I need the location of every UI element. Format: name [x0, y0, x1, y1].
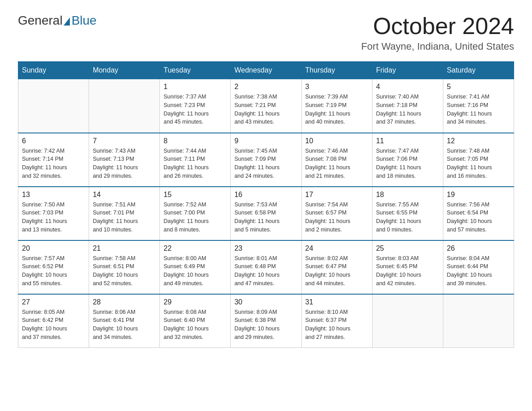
- day-info: Sunrise: 7:37 AM Sunset: 7:23 PM Dayligh…: [163, 93, 227, 126]
- calendar-cell: 14Sunrise: 7:51 AM Sunset: 7:01 PM Dayli…: [89, 187, 160, 240]
- day-number: 10: [305, 137, 369, 145]
- day-number: 7: [93, 137, 156, 145]
- day-info: Sunrise: 7:40 AM Sunset: 7:18 PM Dayligh…: [376, 93, 439, 126]
- day-info: Sunrise: 7:52 AM Sunset: 7:00 PM Dayligh…: [163, 201, 227, 234]
- day-info: Sunrise: 7:50 AM Sunset: 7:03 PM Dayligh…: [22, 201, 85, 234]
- day-info: Sunrise: 8:08 AM Sunset: 6:40 PM Dayligh…: [163, 308, 227, 342]
- day-info: Sunrise: 8:01 AM Sunset: 6:48 PM Dayligh…: [234, 254, 297, 288]
- day-info: Sunrise: 8:02 AM Sunset: 6:47 PM Dayligh…: [305, 254, 369, 288]
- calendar-cell: 5Sunrise: 7:41 AM Sunset: 7:16 PM Daylig…: [443, 79, 514, 133]
- calendar-cell: 25Sunrise: 8:03 AM Sunset: 6:45 PM Dayli…: [372, 240, 443, 294]
- day-info: Sunrise: 8:06 AM Sunset: 6:41 PM Dayligh…: [93, 308, 156, 342]
- day-info: Sunrise: 8:05 AM Sunset: 6:42 PM Dayligh…: [22, 308, 85, 342]
- calendar-cell: 27Sunrise: 8:05 AM Sunset: 6:42 PM Dayli…: [18, 294, 89, 348]
- day-number: 16: [234, 191, 297, 199]
- day-number: 31: [305, 298, 369, 306]
- calendar-cell: 20Sunrise: 7:57 AM Sunset: 6:52 PM Dayli…: [18, 240, 89, 294]
- calendar-cell: 30Sunrise: 8:09 AM Sunset: 6:38 PM Dayli…: [231, 294, 301, 348]
- calendar-cell: [443, 294, 514, 348]
- calendar-cell: 15Sunrise: 7:52 AM Sunset: 7:00 PM Dayli…: [160, 187, 231, 240]
- day-number: 11: [376, 137, 439, 145]
- calendar-cell: [18, 79, 89, 133]
- day-info: Sunrise: 7:41 AM Sunset: 7:16 PM Dayligh…: [447, 93, 510, 126]
- day-info: Sunrise: 7:45 AM Sunset: 7:09 PM Dayligh…: [234, 147, 297, 180]
- day-number: 20: [22, 244, 85, 253]
- day-number: 9: [234, 137, 297, 145]
- day-number: 3: [305, 83, 369, 91]
- col-saturday: Saturday: [443, 62, 514, 79]
- day-number: 5: [447, 83, 510, 91]
- day-info: Sunrise: 7:56 AM Sunset: 6:54 PM Dayligh…: [447, 201, 510, 234]
- day-number: 6: [22, 137, 85, 145]
- col-friday: Friday: [372, 62, 443, 79]
- calendar-week-row: 27Sunrise: 8:05 AM Sunset: 6:42 PM Dayli…: [18, 294, 514, 348]
- day-info: Sunrise: 8:04 AM Sunset: 6:44 PM Dayligh…: [447, 254, 510, 288]
- day-info: Sunrise: 7:58 AM Sunset: 6:51 PM Dayligh…: [93, 254, 156, 288]
- calendar-cell: 7Sunrise: 7:43 AM Sunset: 7:13 PM Daylig…: [89, 133, 160, 187]
- day-number: 21: [93, 244, 156, 253]
- logo-blue-text: Blue: [72, 13, 97, 28]
- day-info: Sunrise: 7:39 AM Sunset: 7:19 PM Dayligh…: [305, 93, 369, 126]
- day-info: Sunrise: 7:55 AM Sunset: 6:55 PM Dayligh…: [376, 201, 439, 234]
- calendar-cell: 2Sunrise: 7:38 AM Sunset: 7:21 PM Daylig…: [231, 79, 301, 133]
- calendar-week-row: 13Sunrise: 7:50 AM Sunset: 7:03 PM Dayli…: [18, 187, 514, 240]
- day-number: 17: [305, 191, 369, 199]
- day-number: 8: [163, 137, 227, 145]
- calendar-cell: 19Sunrise: 7:56 AM Sunset: 6:54 PM Dayli…: [443, 187, 514, 240]
- calendar-cell: 17Sunrise: 7:54 AM Sunset: 6:57 PM Dayli…: [301, 187, 372, 240]
- location-title: Fort Wayne, Indiana, United States: [361, 41, 514, 52]
- day-number: 22: [163, 244, 227, 253]
- col-tuesday: Tuesday: [160, 62, 231, 79]
- calendar-cell: 31Sunrise: 8:10 AM Sunset: 6:37 PM Dayli…: [301, 294, 372, 348]
- day-number: 19: [447, 191, 510, 199]
- day-number: 28: [93, 298, 156, 306]
- calendar-cell: 16Sunrise: 7:53 AM Sunset: 6:58 PM Dayli…: [231, 187, 301, 240]
- calendar-week-row: 20Sunrise: 7:57 AM Sunset: 6:52 PM Dayli…: [18, 240, 514, 294]
- day-info: Sunrise: 7:46 AM Sunset: 7:08 PM Dayligh…: [305, 147, 369, 180]
- calendar-cell: 21Sunrise: 7:58 AM Sunset: 6:51 PM Dayli…: [89, 240, 160, 294]
- day-number: 23: [234, 244, 297, 253]
- calendar-cell: 29Sunrise: 8:08 AM Sunset: 6:40 PM Dayli…: [160, 294, 231, 348]
- logo-area: General Blue: [18, 13, 97, 28]
- calendar-table: Sunday Monday Tuesday Wednesday Thursday…: [18, 61, 514, 348]
- calendar-cell: 4Sunrise: 7:40 AM Sunset: 7:18 PM Daylig…: [372, 79, 443, 133]
- col-sunday: Sunday: [18, 62, 89, 79]
- calendar-cell: 18Sunrise: 7:55 AM Sunset: 6:55 PM Dayli…: [372, 187, 443, 240]
- logo-triangle-icon: [64, 17, 70, 26]
- calendar-cell: 28Sunrise: 8:06 AM Sunset: 6:41 PM Dayli…: [89, 294, 160, 348]
- day-info: Sunrise: 7:48 AM Sunset: 7:05 PM Dayligh…: [447, 147, 510, 180]
- day-info: Sunrise: 7:38 AM Sunset: 7:21 PM Dayligh…: [234, 93, 297, 126]
- day-number: 1: [163, 83, 227, 91]
- calendar-cell: 9Sunrise: 7:45 AM Sunset: 7:09 PM Daylig…: [231, 133, 301, 187]
- calendar-cell: 26Sunrise: 8:04 AM Sunset: 6:44 PM Dayli…: [443, 240, 514, 294]
- day-info: Sunrise: 7:47 AM Sunset: 7:06 PM Dayligh…: [376, 147, 439, 180]
- calendar-cell: 10Sunrise: 7:46 AM Sunset: 7:08 PM Dayli…: [301, 133, 372, 187]
- month-title: October 2024: [361, 13, 514, 39]
- day-info: Sunrise: 7:57 AM Sunset: 6:52 PM Dayligh…: [22, 254, 85, 288]
- calendar-cell: 11Sunrise: 7:47 AM Sunset: 7:06 PM Dayli…: [372, 133, 443, 187]
- day-number: 14: [93, 191, 156, 199]
- day-number: 18: [376, 191, 439, 199]
- day-number: 25: [376, 244, 439, 253]
- calendar-cell: 23Sunrise: 8:01 AM Sunset: 6:48 PM Dayli…: [231, 240, 301, 294]
- title-area: October 2024 Fort Wayne, Indiana, United…: [361, 13, 514, 52]
- day-number: 24: [305, 244, 369, 253]
- day-info: Sunrise: 8:09 AM Sunset: 6:38 PM Dayligh…: [234, 308, 297, 342]
- calendar-cell: 13Sunrise: 7:50 AM Sunset: 7:03 PM Dayli…: [18, 187, 89, 240]
- day-number: 13: [22, 191, 85, 199]
- calendar-cell: 12Sunrise: 7:48 AM Sunset: 7:05 PM Dayli…: [443, 133, 514, 187]
- calendar-cell: 3Sunrise: 7:39 AM Sunset: 7:19 PM Daylig…: [301, 79, 372, 133]
- calendar-week-row: 1Sunrise: 7:37 AM Sunset: 7:23 PM Daylig…: [18, 79, 514, 133]
- col-monday: Monday: [89, 62, 160, 79]
- day-info: Sunrise: 7:43 AM Sunset: 7:13 PM Dayligh…: [93, 147, 156, 180]
- calendar-cell: 8Sunrise: 7:44 AM Sunset: 7:11 PM Daylig…: [160, 133, 231, 187]
- day-number: 12: [447, 137, 510, 145]
- logo-general-text: General: [18, 13, 63, 28]
- day-number: 30: [234, 298, 297, 306]
- day-info: Sunrise: 7:44 AM Sunset: 7:11 PM Dayligh…: [163, 147, 227, 180]
- day-number: 4: [376, 83, 439, 91]
- day-info: Sunrise: 7:53 AM Sunset: 6:58 PM Dayligh…: [234, 201, 297, 234]
- col-thursday: Thursday: [301, 62, 372, 79]
- calendar-header-row: Sunday Monday Tuesday Wednesday Thursday…: [18, 62, 514, 79]
- day-info: Sunrise: 8:00 AM Sunset: 6:49 PM Dayligh…: [163, 254, 227, 288]
